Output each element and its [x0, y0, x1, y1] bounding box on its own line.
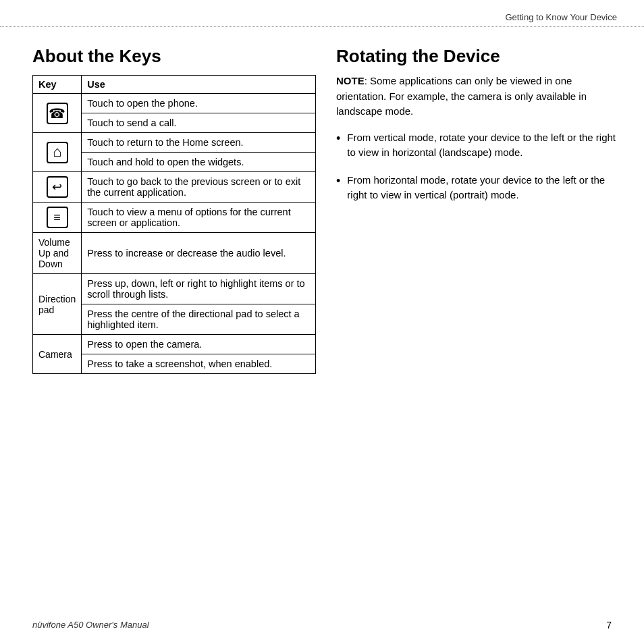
key-icon-cell: ↩: [33, 172, 82, 203]
keys-table: Key Use ☎Touch to open the phone.Touch t…: [32, 75, 316, 374]
key-use-text: Touch to send a call.: [82, 113, 316, 133]
key-use-text: Press to open the camera.: [82, 335, 316, 354]
key-use-text: Touch to view a menu of options for the …: [82, 203, 316, 233]
manual-title: nüvifone A50 Owner's Manual: [32, 620, 149, 630]
key-name-cell: Volume Up and Down: [33, 233, 82, 274]
rotating-title: Rotating the Device: [336, 46, 617, 67]
key-use-text: Touch to go back to the previous screen …: [82, 172, 316, 203]
back-icon: ↩: [47, 176, 68, 198]
page-footer: nüvifone A50 Owner's Manual 7: [0, 620, 644, 630]
key-icon-cell: ⌂: [33, 133, 82, 172]
about-keys-title: About the Keys: [32, 46, 316, 67]
note-text: NOTE: Some applications can only be view…: [336, 74, 617, 119]
key-icon-cell: ≡: [33, 203, 82, 233]
page-header: Getting to Know Your Device: [0, 0, 644, 27]
key-use-text: Press the centre of the directional pad …: [82, 304, 316, 335]
content-area: About the Keys Key Use ☎Touch to open th…: [0, 27, 644, 387]
key-use-text: Press up, down, left or right to highlig…: [82, 274, 316, 304]
key-use-text: Touch to open the phone.: [82, 94, 316, 113]
col-use-header: Use: [82, 76, 316, 94]
bullet-list: From vertical mode, rotate your device t…: [336, 130, 617, 203]
page-number: 7: [606, 620, 612, 630]
header-text: Getting to Know Your Device: [506, 12, 618, 22]
right-column: Rotating the Device NOTE: Some applicati…: [336, 46, 617, 374]
phone-icon: ☎: [47, 103, 68, 124]
col-key-header: Key: [33, 76, 82, 94]
key-name-cell: Direction pad: [33, 274, 82, 335]
key-icon-cell: ☎: [33, 94, 82, 133]
list-item: From vertical mode, rotate your device t…: [336, 130, 617, 161]
note-body: : Some applications can only be viewed i…: [336, 75, 587, 117]
list-item: From horizontal mode, rotate your device…: [336, 173, 617, 203]
key-use-text: Press to increase or decrease the audio …: [82, 233, 316, 274]
key-use-text: Touch to return to the Home screen.: [82, 133, 316, 153]
left-column: About the Keys Key Use ☎Touch to open th…: [32, 46, 316, 374]
key-name-cell: Camera: [33, 335, 82, 374]
key-use-text: Press to take a screenshot, when enabled…: [82, 354, 316, 374]
home-icon: ⌂: [47, 142, 68, 163]
note-label: NOTE: [336, 75, 365, 86]
key-use-text: Touch and hold to open the widgets.: [82, 153, 316, 172]
menu-icon: ≡: [47, 207, 68, 228]
